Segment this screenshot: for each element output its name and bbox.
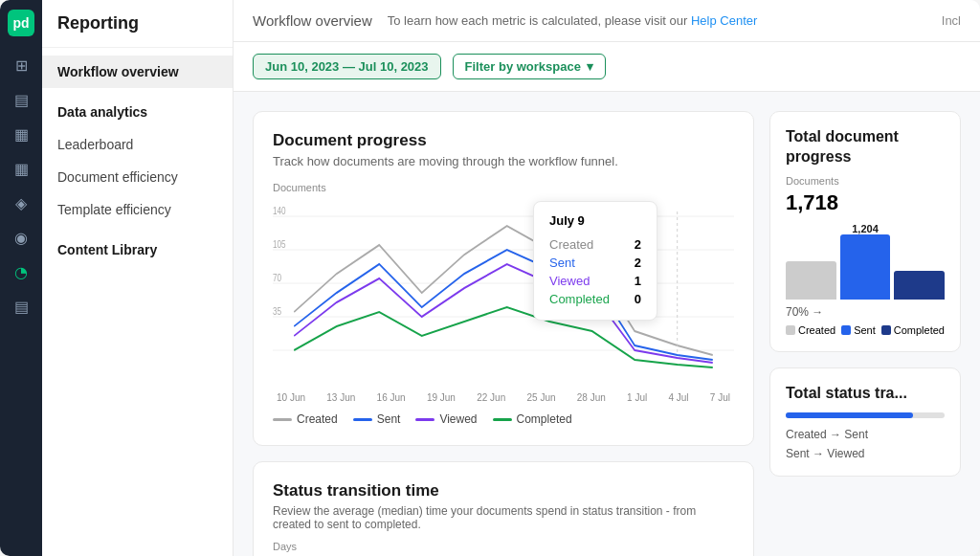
- legend-created: Created: [273, 412, 338, 426]
- right-legend-created-dot: [786, 325, 795, 335]
- tooltip-value-viewed: 1: [635, 274, 641, 288]
- right-legend-sent-dot: [841, 325, 851, 335]
- progress-bar-fill: [786, 412, 913, 418]
- x-label-1: 13 Jun: [326, 392, 355, 403]
- line-chart-svg: 140 105 70 35: [273, 197, 734, 389]
- x-label-9: 7 Jul: [710, 392, 730, 403]
- sidebar-item-leaderboard[interactable]: Leaderboard: [42, 128, 233, 161]
- total-status-title: Total status tra...: [786, 384, 945, 404]
- top-bar-description: To learn how each metric is calculated, …: [388, 13, 758, 28]
- x-label-6: 28 Jun: [577, 392, 606, 403]
- x-label-5: 25 Jun: [526, 392, 555, 403]
- bar-sent: [840, 234, 891, 300]
- left-sidebar: Reporting Workflow overview Data analyti…: [42, 0, 234, 556]
- progress-bar-wrap: [786, 412, 945, 418]
- legend-sent: Sent: [353, 412, 401, 426]
- layout-icon[interactable]: ▦: [6, 153, 36, 184]
- y-axis-label: Documents: [273, 182, 734, 193]
- tooltip-row-sent: Sent 2: [549, 254, 641, 272]
- right-legend-completed: Completed: [881, 324, 945, 336]
- icon-sidebar: pd ⊞ ▤ ▦ ▦ ◈ ◉ ◔ ▤: [0, 0, 42, 556]
- legend-viewed-dot: [415, 418, 434, 421]
- table-icon[interactable]: ▦: [6, 119, 36, 149]
- legend-sent-dot: [353, 418, 372, 421]
- total-status-transition-card: Total status tra... Created → Sent Sent …: [769, 367, 961, 478]
- x-label-8: 4 Jul: [668, 392, 688, 403]
- x-label-2: 16 Jun: [377, 392, 406, 403]
- total-document-progress-card: Total document progress Documents 1,718 …: [769, 111, 961, 352]
- right-legend-created-label: Created: [798, 324, 835, 336]
- legend-sent-label: Sent: [377, 412, 401, 426]
- x-label-4: 22 Jun: [477, 392, 505, 403]
- tooltip-label-created: Created: [549, 237, 593, 252]
- bar-sent-value: 1,204: [840, 223, 891, 234]
- document-icon[interactable]: ▤: [6, 84, 36, 115]
- tag-icon[interactable]: ◈: [6, 188, 36, 218]
- x-label-0: 10 Jun: [277, 392, 305, 403]
- include-label: Incl: [942, 13, 961, 28]
- legend-completed: Completed: [493, 412, 572, 426]
- tooltip-row-viewed: Viewed 1: [549, 272, 641, 290]
- grid-icon[interactable]: ⊞: [6, 50, 36, 80]
- tooltip-label-viewed: Viewed: [549, 274, 590, 288]
- app-logo[interactable]: pd: [8, 10, 34, 36]
- bar-created: [786, 261, 836, 300]
- total-doc-bar-chart: 1,204: [786, 223, 945, 300]
- tooltip-value-completed: 0: [635, 292, 641, 306]
- clock-icon[interactable]: ◔: [6, 256, 36, 287]
- date-range-button[interactable]: Jun 10, 2023 — Jul 10, 2023: [253, 54, 441, 79]
- bar-completed: [894, 271, 945, 300]
- sidebar-item-workflow-overview[interactable]: Workflow overview: [42, 56, 233, 88]
- document-progress-chart: Documents 140 105 70 35: [273, 182, 734, 426]
- x-label-3: 19 Jun: [427, 392, 456, 403]
- x-label-7: 1 Jul: [627, 392, 647, 403]
- tooltip-label-sent: Sent: [549, 256, 575, 270]
- filter-bar: Jun 10, 2023 — Jul 10, 2023 Filter by wo…: [234, 42, 980, 92]
- sidebar-item-template-efficiency[interactable]: Template efficiency: [42, 193, 233, 226]
- sidebar-title: Reporting: [42, 0, 233, 48]
- chart-tooltip: July 9 Created 2 Sent 2 Viewed 1: [533, 201, 657, 321]
- sidebar-item-content-library[interactable]: Content Library: [42, 234, 233, 266]
- person-icon[interactable]: ◉: [6, 222, 36, 253]
- svg-text:140: 140: [273, 205, 286, 216]
- content-area: Document progress Track how documents ar…: [234, 92, 980, 556]
- document-progress-subtitle: Track how documents are moving through t…: [273, 154, 734, 168]
- sent-to-viewed: Sent → Viewed: [786, 447, 945, 460]
- left-panels: Document progress Track how documents ar…: [253, 111, 754, 537]
- status-transition-title: Status transition time: [273, 481, 734, 500]
- top-bar: Workflow overview To learn how each metr…: [234, 0, 980, 42]
- right-legend-sent-label: Sent: [854, 324, 876, 336]
- tooltip-value-created: 2: [635, 237, 641, 252]
- svg-text:70: 70: [273, 272, 281, 283]
- filter-workspace-button[interactable]: Filter by workspace ▾: [453, 54, 606, 79]
- chevron-down-icon: ▾: [587, 59, 593, 74]
- legend-viewed-label: Viewed: [439, 412, 477, 426]
- status-transition-subtitle: Review the average (median) time your do…: [273, 504, 734, 531]
- right-legend-sent: Sent: [841, 324, 876, 336]
- sidebar-item-document-efficiency[interactable]: Document efficiency: [42, 161, 233, 193]
- right-panels: Total document progress Documents 1,718 …: [769, 111, 961, 537]
- total-doc-number: 1,718: [786, 190, 945, 215]
- tooltip-row-created: Created 2: [549, 235, 641, 254]
- right-legend-created: Created: [786, 324, 835, 336]
- help-center-link[interactable]: Help Center: [691, 13, 757, 28]
- tooltip-row-completed: Completed 0: [549, 290, 641, 308]
- legend-created-label: Created: [297, 412, 338, 426]
- percent-label: 70% →: [786, 305, 945, 319]
- svg-text:105: 105: [273, 238, 286, 250]
- x-axis-labels: 10 Jun 13 Jun 16 Jun 19 Jun 22 Jun 25 Ju…: [273, 392, 734, 403]
- days-y-label: Days: [273, 541, 734, 552]
- document-progress-title: Document progress: [273, 131, 734, 150]
- top-bar-title: Workflow overview: [253, 12, 372, 29]
- sidebar-nav: Workflow overview Data analytics Leaderb…: [42, 48, 233, 274]
- created-to-sent: Created → Sent: [786, 428, 945, 441]
- bar-chart-icon[interactable]: ▤: [6, 291, 36, 322]
- filter-label: Filter by workspace: [465, 59, 581, 74]
- tooltip-label-completed: Completed: [549, 292, 610, 306]
- total-doc-title: Total document progress: [786, 127, 945, 167]
- legend-completed-label: Completed: [517, 412, 572, 426]
- tooltip-date: July 9: [549, 213, 641, 228]
- legend-viewed: Viewed: [415, 412, 477, 426]
- sidebar-item-data-analytics[interactable]: Data analytics: [42, 96, 233, 128]
- tooltip-value-sent: 2: [635, 256, 641, 270]
